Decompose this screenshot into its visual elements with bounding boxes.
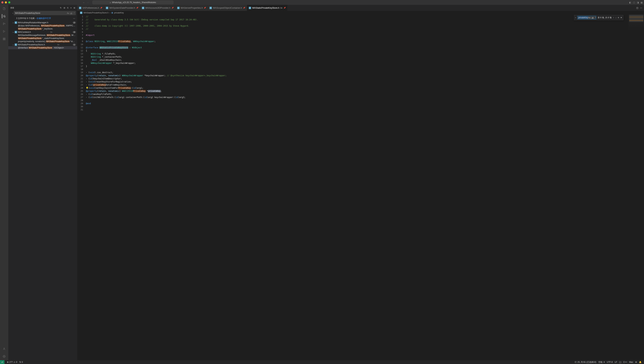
toggle-primary-sidebar-icon[interactable]: ◧ [629, 1, 631, 4]
nav-arrows: ← → [83, 1, 89, 4]
command-center[interactable]: ⌕ WhatsApp_v23.20.79_headers_SharedModul… [92, 1, 174, 4]
results-summary: 3 文件中有 6 个结果 - 在编辑器中打开 ⋯ [8, 16, 77, 21]
search-result-file[interactable]: ⌄CWAContext.h9+3 [8, 30, 77, 34]
editor-tab[interactable]: CWAAccountJIDProvider.h📌 [140, 5, 175, 11]
sidebar-header: 搜索 ↻ ⊟ ⎘ ≡ ⊟ [8, 5, 77, 11]
run-debug-icon[interactable] [2, 29, 6, 34]
split-editor-icon[interactable]: ◫ [636, 7, 638, 9]
customize-layout-icon[interactable]: ▦ [640, 1, 642, 4]
minimize-window[interactable] [5, 2, 7, 4]
search-result-file[interactable]: ⌄CWAStaticPrivateKeyStore.h9+1 [8, 43, 77, 46]
svg-rect-4 [3, 38, 4, 39]
breadcrumb[interactable]: C WAStaticPrivateKeyStore.h › ⊞ privateK… [77, 11, 644, 15]
minimap[interactable] [628, 15, 644, 32]
view-as-tree-icon[interactable]: ≡ [70, 7, 72, 9]
explorer-icon[interactable] [2, 7, 6, 11]
remote-indicator[interactable]: ⇄ [0, 360, 4, 364]
search-result-file[interactable]: ⌄CWAAuthkeyRotationManager.h2 [8, 21, 77, 24]
find-input[interactable]: privateKey Aa ab .* [577, 16, 596, 19]
editor-tab[interactable]: CWAScopedObjectContainer.h📌 [208, 5, 247, 11]
ports-icon: ⇅ [19, 361, 21, 363]
problems-status[interactable]: ⊗277 ⚠0 [6, 361, 18, 363]
use-regex-icon[interactable]: .* [74, 12, 75, 14]
editor-tab[interactable]: CWAServerProperties.h📌 [176, 5, 208, 11]
search-view-icon[interactable] [2, 14, 6, 18]
svg-point-1 [3, 23, 4, 23]
search-input[interactable]: WAStaticPrivateKeyStore Aa ab .* [14, 11, 76, 15]
find-whole-word-icon[interactable]: ab [592, 17, 594, 19]
editor-tabs: CVAPreferences.h📌CWASystemDateProvider.h… [77, 5, 644, 11]
search-result-match[interactable]: WAStashedMessageRetriever, WAStaticPriva… [8, 34, 77, 37]
feedback-icon[interactable]: ⊕ [634, 361, 638, 364]
more-icon[interactable]: ⋯ [73, 17, 75, 20]
settings-gear-icon[interactable] [2, 354, 6, 358]
code-content[interactable]: //// Generated by class-dump 3.5 (64 bit… [86, 15, 644, 360]
editor-tab[interactable]: CWASystemDateProvider.h📌 [104, 5, 140, 11]
svg-point-9 [4, 356, 4, 357]
os-status[interactable]: Mac [628, 361, 634, 364]
search-result-match[interactable]: @interface WAStaticPrivateKeyStore : NSO… [8, 46, 77, 49]
find-match-case-icon[interactable]: Aa [588, 17, 590, 19]
error-icon: ⊗ [7, 361, 8, 363]
toggle-panel-icon[interactable]: ▢ [633, 1, 635, 4]
svg-point-8 [4, 348, 4, 349]
warning-icon: ⚠ [14, 361, 15, 363]
nav-forward-icon[interactable]: → [87, 1, 89, 4]
maximize-window[interactable] [8, 2, 10, 4]
clear-search-icon[interactable]: ⊟ [64, 7, 65, 9]
find-input-value: privateKey [578, 17, 588, 19]
indentation-status[interactable]: 空格: 4 [597, 361, 606, 364]
search-sidebar: 搜索 ↻ ⊟ ⎘ ≡ ⊟ › WAStaticPrivateKeyStore A… [8, 5, 77, 360]
search-result-match[interactable]: property(readonly, nonatomic) WAStaticPr… [8, 40, 77, 43]
editor-tab[interactable]: CVAPreferences.h📌 [77, 5, 104, 11]
search-results-tree: ⌄CWAAuthkeyRotationManager.h2@class WAPr… [8, 21, 77, 360]
titlebar: ← → ⌕ WhatsApp_v23.20.79_headers_SharedM… [0, 0, 644, 5]
collapse-all-icon[interactable]: ⊟ [74, 7, 75, 9]
svg-point-3 [4, 24, 5, 24]
search-result-match[interactable]: WAStaticPrivateKeyStore *_keyStore; [8, 27, 77, 30]
search-result-match[interactable]: @class WAPreferences, WAStaticPrivateKey… [8, 24, 77, 27]
encoding-status[interactable]: UTF-8 [606, 361, 614, 364]
find-next-icon[interactable]: ↓ [616, 17, 616, 19]
find-prev-icon[interactable]: ↑ [613, 17, 614, 19]
source-control-icon[interactable] [2, 22, 6, 26]
match-case-icon[interactable]: Aa [67, 12, 69, 14]
find-selection-icon[interactable]: ≡ [618, 17, 619, 19]
svg-rect-5 [4, 38, 5, 39]
search-input-value: WAStaticPrivateKeyStore [15, 12, 40, 14]
find-regex-icon[interactable]: .* [595, 17, 596, 19]
sidebar-title: 搜索 [10, 7, 14, 9]
editor-tab[interactable]: CWAStaticPrivateKeyStore.h9+📌 [247, 5, 288, 11]
statusbar: ⇄ ⊗277 ⚠0 ⇅0 行 25, 列 61 (已选择10) 空格: 4 UT… [0, 360, 644, 364]
svg-rect-7 [4, 39, 5, 40]
chevron-right-icon: › [110, 12, 110, 14]
brackets-status[interactable]: { } [618, 361, 622, 364]
cursor-position[interactable]: 行 25, 列 61 (已选择10) [574, 361, 597, 364]
find-close-icon[interactable]: ✕ [620, 17, 622, 19]
find-widget: › privateKey Aa ab .* 第 6 项, 共 6 项 ↑ ↓ ≡… [574, 15, 623, 20]
search-result-match[interactable]: WAStaticPrivateKeyStore *_staticPrivateK… [8, 37, 77, 40]
language-mode[interactable]: C++ [622, 361, 628, 364]
nav-back-icon[interactable]: ← [83, 1, 85, 4]
layout-controls: ◧ ▢ ◨ ▦ [629, 1, 642, 4]
find-count: 第 6 项, 共 6 项 [598, 16, 612, 19]
new-search-editor-icon[interactable]: ⎘ [67, 7, 68, 9]
ports-status[interactable]: ⇅0 [18, 361, 24, 363]
toggle-secondary-sidebar-icon[interactable]: ◨ [637, 1, 639, 4]
extensions-icon[interactable] [2, 37, 6, 41]
results-count: 3 文件中有 6 个结果 - [16, 17, 36, 20]
notifications-icon[interactable]: 🔔 [638, 361, 642, 364]
accounts-icon[interactable] [2, 347, 6, 351]
toggle-replace-find-icon[interactable]: › [575, 17, 576, 19]
close-window[interactable] [2, 2, 4, 4]
eol-status[interactable]: LF [614, 361, 618, 364]
editor-area: CVAPreferences.h📌CWASystemDateProvider.h… [77, 5, 644, 360]
editor-body[interactable]: 1234567891011121314151617181920212223242… [77, 15, 644, 360]
symbol-icon: ⊞ [111, 12, 113, 14]
match-whole-word-icon[interactable]: ab [70, 12, 72, 14]
refresh-icon[interactable]: ↻ [60, 7, 62, 9]
more-actions-icon[interactable]: ⋯ [640, 7, 642, 9]
open-in-editor-link[interactable]: 在编辑器中打开 [36, 17, 51, 20]
toggle-replace-icon[interactable]: › [12, 12, 13, 14]
activity-bar [0, 5, 8, 360]
